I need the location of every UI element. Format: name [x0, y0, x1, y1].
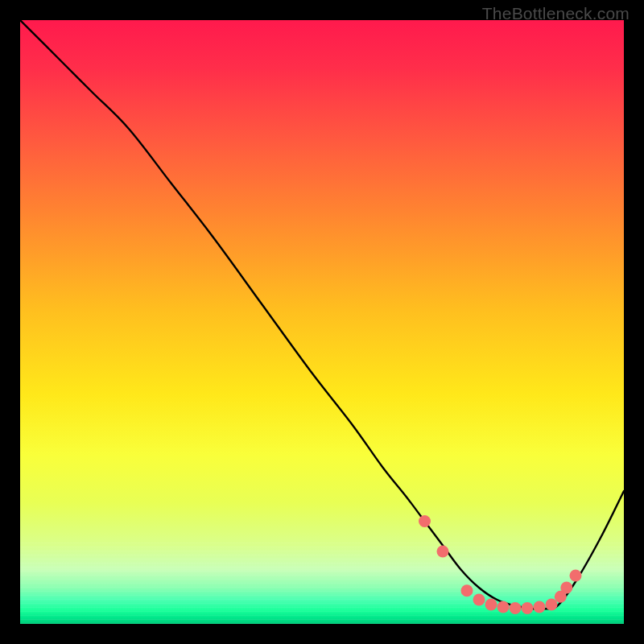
chart-frame: TheBottleneck.com — [0, 0, 644, 644]
watermark-text: TheBottleneck.com — [482, 4, 630, 23]
highlight-dot — [497, 601, 510, 613]
highlight-dot — [437, 546, 449, 558]
highlight-dot — [546, 599, 558, 611]
highlight-dot — [510, 602, 522, 614]
highlight-dot — [570, 570, 582, 582]
highlight-dot — [522, 602, 534, 614]
highlight-dot — [473, 594, 485, 606]
highlight-dots — [419, 515, 582, 614]
curve-layer — [20, 20, 624, 624]
bottleneck-curve — [20, 20, 624, 609]
highlight-dot — [534, 601, 546, 613]
highlight-dot — [485, 599, 497, 611]
highlight-dot — [461, 584, 473, 597]
plot-area — [20, 20, 624, 624]
highlight-dot — [560, 582, 572, 594]
highlight-dot — [419, 515, 431, 527]
